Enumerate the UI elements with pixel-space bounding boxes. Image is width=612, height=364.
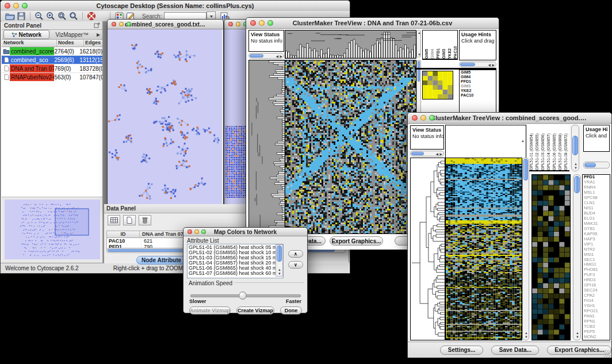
- tv1-global-heatmap-canvas[interactable]: [285, 60, 416, 234]
- tv2-hints-hscrollbar[interactable]: [583, 162, 610, 168]
- attribute-list-item[interactable]: GPL51-02 (GSM855) heat shock 10 min: [189, 250, 276, 255]
- close-button[interactable]: [412, 115, 418, 121]
- close-button[interactable]: [188, 229, 192, 234]
- tv2-column-label[interactable]: GPL51-03 (GSM856): [540, 133, 545, 170]
- network-frame-titlebar[interactable]: combined_scores_good.txt--cluste...: [108, 20, 223, 29]
- close-button[interactable]: [250, 20, 256, 26]
- float-panel-icon[interactable]: [94, 22, 100, 28]
- birdseye-view-canvas[interactable]: [5, 200, 100, 259]
- dialog-titlebar[interactable]: Map Colors to Network: [183, 228, 307, 236]
- delete-attribute-button[interactable]: [139, 215, 151, 225]
- tv2-global-heatmap-canvas[interactable]: [445, 158, 522, 340]
- done-button[interactable]: Done: [280, 306, 302, 315]
- attribute-list-vscrollbar[interactable]: ▲▼: [276, 244, 283, 277]
- tv1-gene-label[interactable]: GIM4: [460, 75, 496, 79]
- toolbar-separator: [82, 12, 83, 20]
- network-frame-window-controls: [112, 22, 131, 26]
- close-button[interactable]: [5, 3, 10, 9]
- attribute-table-button[interactable]: [108, 215, 120, 225]
- tab-network-label: Network: [19, 32, 41, 38]
- network-table-row[interactable]: DNA and Tran 07 769(0) 183728(0): [2, 64, 102, 73]
- network-tree-empty-area[interactable]: [2, 81, 102, 197]
- tv1-column-label[interactable]: PFD1: [435, 48, 441, 59]
- tv2-gene-label[interactable]: MON2: [583, 335, 610, 340]
- attribute-list-item[interactable]: GPL51-06 (GSM865) heat shock 40 min: [189, 266, 276, 271]
- minimize-button[interactable]: [259, 20, 265, 26]
- create-vizmap-button[interactable]: Create Vizmap: [236, 306, 274, 315]
- zoom-selected-button[interactable]: [56, 12, 68, 21]
- treeview2-titlebar[interactable]: ClusterMaker TreeView : combined_scores_…: [408, 113, 611, 124]
- tv1-zoom-heatmap-canvas[interactable]: [422, 71, 453, 99]
- tab-network[interactable]: Network: [3, 30, 49, 39]
- network-canvas[interactable]: [108, 29, 222, 209]
- tv1-column-label[interactable]: PAC10: [453, 46, 458, 59]
- tv1-column-label[interactable]: GIM5: [424, 49, 429, 59]
- tab-overflow-button[interactable]: ▶: [94, 32, 102, 37]
- tv2-labels-vscrollbar[interactable]: ▲▼: [571, 125, 579, 171]
- animation-speed-slider-thumb[interactable]: [239, 292, 247, 300]
- zoom-out-button[interactable]: [33, 12, 45, 21]
- save-button[interactable]: [16, 12, 27, 21]
- tv2-action-button[interactable]: Export Graphics...: [547, 346, 611, 355]
- tv2-column-label[interactable]: GPL51-06 (GSM865): [552, 133, 557, 170]
- tv1-column-label[interactable]: GIM3: [441, 49, 446, 59]
- attribute-list-item[interactable]: GPL51-04 (GSM857) heat shock 20 min: [189, 260, 276, 266]
- tv2-gene-dendrogram-canvas[interactable]: [410, 158, 445, 340]
- network-table-row[interactable]: combined_scores 2764(0) 16218(0): [2, 47, 102, 56]
- close-button[interactable]: [112, 22, 116, 26]
- treeview1-titlebar[interactable]: ClusterMaker TreeView : DNA and Tran 07-…: [246, 18, 499, 29]
- attribute-list-item[interactable]: GPL51-03 (GSM856) heat shock 15 min: [189, 255, 276, 260]
- tv1-column-label[interactable]: YKE2: [447, 48, 452, 59]
- animate-vizmap-button[interactable]: Animate Vizmap: [189, 306, 231, 315]
- zoom-in-button[interactable]: [45, 12, 56, 21]
- tv1-gene-dendrogram-canvas[interactable]: [248, 60, 285, 234]
- minimize-button[interactable]: [119, 22, 124, 26]
- help-button[interactable]: [86, 12, 97, 21]
- zoom-button[interactable]: [127, 22, 131, 26]
- tv1-export-graphics-button[interactable]: Export Graphics...: [330, 236, 383, 246]
- minimize-button[interactable]: [236, 22, 240, 26]
- move-attribute-up-button[interactable]: ∧: [288, 250, 303, 258]
- tv1-status-hscrollbar[interactable]: ◀▶: [248, 53, 284, 59]
- tv1-gene-label[interactable]: GIM3: [460, 84, 496, 89]
- attribute-list-item[interactable]: GPL51-01 (GSM854) heat shock 05 min: [189, 245, 276, 250]
- attribute-list-item[interactable]: GPL51-07 (GSM868) heat shock 60 min: [189, 271, 276, 276]
- move-attribute-down-button[interactable]: ∨: [288, 261, 303, 269]
- column-header-id[interactable]: ID: [107, 231, 140, 237]
- tv2-column-label[interactable]: GPL51-01 (GSM854): [529, 133, 534, 170]
- network-table-row[interactable]: combined_sco 2569(6) 13112(15): [2, 56, 102, 64]
- tv1-hints-hscrollbar[interactable]: ◀▶: [459, 62, 496, 67]
- tv1-top-vscrollbar[interactable]: ▲▼: [416, 30, 421, 58]
- tv1-gene-label[interactable]: YKE2: [460, 89, 496, 93]
- zoom-fit-button[interactable]: [68, 12, 79, 21]
- tv2-action-button[interactable]: Settings...: [440, 346, 483, 355]
- zoom-button[interactable]: [267, 20, 273, 26]
- tv2-heatmap-vscrollbar[interactable]: ▲▼: [522, 158, 529, 340]
- tv2-zoom-heatmap-canvas[interactable]: [531, 174, 571, 340]
- main-titlebar[interactable]: Cytoscape Desktop (Session Name: collins…: [1, 1, 350, 12]
- tv2-column-label[interactable]: GPL51-07 (GSM868): [557, 133, 563, 170]
- tv1-gene-label[interactable]: PAC10: [460, 93, 496, 98]
- zoom-button[interactable]: [22, 3, 28, 9]
- minimize-button[interactable]: [13, 3, 19, 9]
- tv1-column-dendrogram-canvas[interactable]: [285, 30, 416, 59]
- zoom-button[interactable]: [429, 115, 435, 121]
- tv2-status-hscrollbar[interactable]: ◀▶: [410, 151, 444, 156]
- tv2-genelist-vscrollbar[interactable]: ▲▼: [573, 174, 581, 340]
- tv2-column-label[interactable]: GPL51-08 (GSM872): [563, 133, 568, 170]
- open-file-button[interactable]: [4, 12, 16, 21]
- minimize-button[interactable]: [420, 115, 426, 121]
- tv2-action-button[interactable]: Save Data...: [491, 346, 539, 355]
- tv1-gene-label[interactable]: GIM5: [460, 70, 496, 75]
- tv1-gene-label[interactable]: PFD1: [460, 79, 496, 84]
- tv1-column-label[interactable]: GIM4: [430, 49, 435, 59]
- new-attribute-button[interactable]: [123, 215, 136, 225]
- tab-vizmapper[interactable]: VizMapper™: [50, 30, 95, 39]
- resize-grip[interactable]: [604, 350, 611, 357]
- network-table-header[interactable]: Network Nodes Edges: [2, 40, 102, 47]
- tv2-column-label[interactable]: GPL51-04 (GSM857): [546, 133, 551, 170]
- minimize-button[interactable]: [194, 229, 199, 234]
- tv2-column-label[interactable]: GPL51-02 (GSM855): [534, 133, 540, 170]
- zoom-button[interactable]: [201, 229, 206, 234]
- close-button[interactable]: [228, 22, 233, 26]
